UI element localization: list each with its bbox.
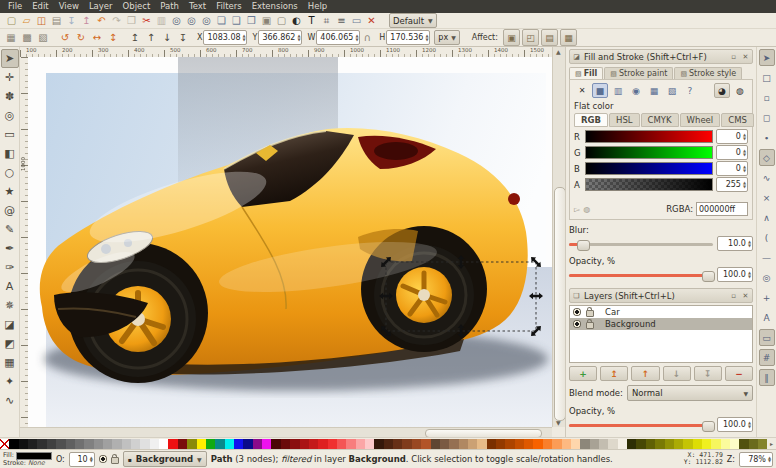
palette-swatch[interactable] [702, 439, 711, 449]
deselect-button[interactable]: ▧ [36, 31, 50, 45]
dock-float-icon[interactable]: ▫ [729, 292, 738, 300]
select-all-button[interactable]: ▦ [4, 31, 18, 45]
palette-swatch[interactable] [393, 439, 402, 449]
units-dropdown[interactable]: px ▼ [434, 30, 459, 45]
eye-icon[interactable] [573, 320, 581, 328]
text-tool[interactable]: A [1, 277, 19, 296]
snap-bbox-button[interactable]: □ [759, 69, 775, 86]
snap-bbox-edges-button[interactable]: ▫ [759, 89, 775, 106]
rotate-cw-button[interactable]: ↻ [74, 31, 88, 45]
calligraphy-tool[interactable]: ✑ [1, 258, 19, 277]
tab-stroke-paint[interactable]: ▧Stroke paint [604, 67, 673, 79]
palette-swatch[interactable] [636, 439, 645, 449]
layer-lock-icon[interactable] [111, 457, 119, 464]
palette-swatch[interactable] [627, 439, 636, 449]
menu-view[interactable]: View [54, 0, 84, 13]
radial-gradient-button[interactable]: ◉ [628, 83, 644, 98]
y-field[interactable]: 366.862▲▼ [258, 30, 302, 45]
palette-swatch[interactable] [197, 439, 206, 449]
zoom-tool[interactable]: ◎ [1, 106, 19, 125]
channel-slider-a[interactable] [585, 178, 713, 191]
spray-tool[interactable]: ✵ [1, 296, 19, 315]
affect-stroke-button[interactable]: ▣ [503, 29, 520, 46]
palette-swatch[interactable] [459, 439, 468, 449]
import-button[interactable]: ↧ [64, 14, 79, 28]
palette-swatch[interactable] [412, 439, 421, 449]
palette-swatch[interactable] [580, 439, 589, 449]
channel-value-b[interactable]: 0▲▼ [716, 161, 748, 176]
snap-smooth-nodes-button[interactable]: ( [759, 229, 775, 246]
palette-swatch[interactable] [449, 439, 458, 449]
xml-editor-button[interactable]: ⌗ [319, 14, 334, 28]
unknown-paint-button[interactable]: ? [682, 83, 698, 98]
palette-swatch[interactable] [524, 439, 533, 449]
blur-spinbox[interactable]: 10.0 ▲▼ [717, 236, 753, 251]
snap-cusp-nodes-button[interactable]: ∧ [759, 209, 775, 226]
palette-swatch[interactable] [468, 439, 477, 449]
channel-slider-b[interactable] [585, 162, 713, 175]
new-document-button[interactable]: ▢ [4, 14, 19, 28]
colorspace-tab-cmyk[interactable]: CMYK [641, 113, 679, 127]
fill-stroke-dialog-button[interactable]: ◐ [289, 14, 304, 28]
channel-slider-r[interactable] [585, 130, 713, 143]
flip-horizontal-button[interactable]: ↔ [90, 31, 104, 45]
rectangle-tool[interactable]: ▭ [1, 125, 19, 144]
menu-text[interactable]: Text [184, 0, 211, 13]
affect-corners-button[interactable]: ◰ [522, 29, 539, 46]
palette-swatch[interactable] [730, 439, 739, 449]
menu-help[interactable]: Help [303, 0, 332, 13]
current-layer-dropdown[interactable]: ▪ Background ▼ [123, 451, 207, 467]
scroll-up-icon[interactable]: ▲ [556, 48, 561, 55]
ungroup-button[interactable]: ▢ [274, 14, 289, 28]
fill-stroke-panel-header[interactable]: ◪ Fill and Stroke (Shift+Ctrl+F) ▫ ✕ [569, 49, 753, 64]
box3d-tool[interactable]: ◧ [1, 144, 19, 163]
menu-path[interactable]: Path [155, 0, 184, 13]
text-dialog-button[interactable]: T [304, 14, 319, 28]
palette-swatch[interactable] [290, 439, 299, 449]
layer-visibility-icon[interactable] [99, 455, 107, 463]
color-wheel-icon[interactable]: ◍ [583, 205, 590, 214]
snap-nodes-button[interactable]: ◇ [759, 149, 775, 166]
w-field[interactable]: 406.065▲▼ [316, 30, 360, 45]
save-document-button[interactable]: ◫ [34, 14, 49, 28]
preferences-button[interactable]: ✕ [364, 14, 379, 28]
snap-text-baseline-button[interactable]: A [759, 309, 775, 326]
affect-gradients-button[interactable]: ▤ [541, 29, 558, 46]
palette-swatch[interactable] [346, 439, 355, 449]
color-picker-icon[interactable]: ▻ [574, 205, 580, 214]
palette-swatch[interactable] [140, 439, 149, 449]
snap-page-border-button[interactable]: ▭ [759, 329, 775, 346]
palette-swatch[interactable] [84, 439, 93, 449]
palette-swatch[interactable] [599, 439, 608, 449]
palette-swatch[interactable] [271, 439, 280, 449]
palette-swatch[interactable] [187, 439, 196, 449]
horizontal-scrollbar[interactable] [20, 427, 552, 437]
palette-swatch[interactable] [440, 439, 449, 449]
palette-swatch[interactable] [505, 439, 514, 449]
rgba-field[interactable]: 000000ff [696, 202, 748, 216]
tab-stroke-style[interactable]: ▧Stroke style [674, 67, 742, 79]
lower-button[interactable]: ↓ [160, 31, 174, 45]
menu-filters[interactable]: Filters [211, 0, 246, 13]
zoom-spinbox[interactable]: 78% ▲▼ [739, 452, 773, 467]
colorspace-tab-wheel[interactable]: Wheel [680, 113, 721, 127]
channel-value-a[interactable]: 255▲▼ [716, 177, 748, 192]
flat-color-button[interactable]: ■ [592, 83, 608, 98]
menu-edit[interactable]: Edit [27, 0, 53, 13]
palette-swatch[interactable] [356, 439, 365, 449]
palette-swatch[interactable] [206, 439, 215, 449]
object-opacity-spinbox[interactable]: 10 ▲▼ [69, 452, 95, 467]
snap-enable-button[interactable]: ➤ [759, 49, 775, 66]
dock-float-icon[interactable]: ▫ [729, 53, 738, 61]
pen-tool[interactable]: ✒ [1, 239, 19, 258]
menu-layer[interactable]: Layer [84, 0, 118, 13]
close-icon[interactable]: ✕ [741, 292, 750, 300]
create-clone-button[interactable]: ❑ [229, 14, 244, 28]
swatch-button[interactable]: ▧ [664, 83, 680, 98]
palette-swatch[interactable] [543, 439, 552, 449]
palette-swatch[interactable] [487, 439, 496, 449]
connector-tool[interactable]: ∿ [1, 391, 19, 410]
palette-swatch[interactable] [262, 439, 271, 449]
raise-to-top-button[interactable]: ↥ [128, 31, 142, 45]
no-paint-button[interactable]: ✕ [574, 83, 590, 98]
